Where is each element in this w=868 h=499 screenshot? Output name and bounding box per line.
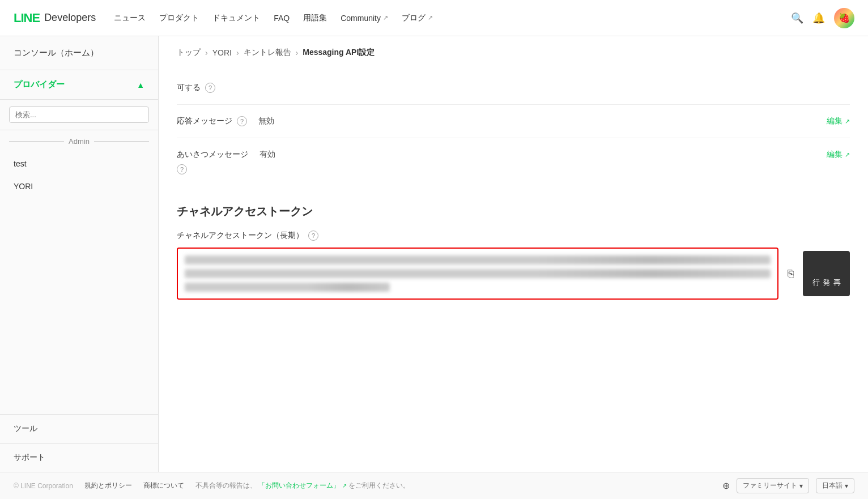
token-field-label: チャネルアクセストークン（長期） ? <box>177 231 850 241</box>
external-link-icon: ↗ <box>428 14 433 22</box>
sidebar-item-test[interactable]: test <box>0 152 158 175</box>
reissue-button[interactable]: 再 発 行 <box>803 251 850 296</box>
footer-policy-link[interactable]: 規約とポリシー <box>84 481 132 491</box>
greeting-label-column: あいさつメッセージ 有効 ? <box>177 150 275 174</box>
breadcrumb-sep-1: › <box>205 48 208 57</box>
response-message-label-group: 応答メッセージ ? 無効 <box>177 116 274 126</box>
greeting-message-label: あいさつメッセージ <box>177 150 248 160</box>
external-edit-icon2: ↗ <box>845 151 850 159</box>
token-section-title: チャネルアクセストークン <box>177 204 850 219</box>
logo-line: LINE <box>14 11 40 25</box>
footer-copyright: © LINE Corporation <box>14 482 73 490</box>
footer-family-site-dropdown[interactable]: ファミリーサイト ▾ <box>737 478 809 493</box>
breadcrumb-current: Messaging API設定 <box>303 48 375 58</box>
header: LINE Developers ニュース プロダクト ドキュメント FAQ 用語… <box>0 0 868 36</box>
nav-blog[interactable]: ブログ ↗ <box>402 13 433 23</box>
footer-right: ⊕ ファミリーサイト ▾ 日本語 ▾ <box>722 478 854 493</box>
breadcrumb-top[interactable]: トップ <box>177 48 201 58</box>
response-message-value: 無効 <box>258 116 274 126</box>
breadcrumb-sep-2: › <box>236 48 239 57</box>
sidebar-provider-label: プロバイダー <box>14 79 65 90</box>
breadcrumb-channel[interactable]: キントレ報告 <box>244 48 291 58</box>
greeting-label-row: あいさつメッセージ 有効 <box>177 150 275 160</box>
chevron-up-icon: ▲ <box>137 80 144 89</box>
greeting-message-help-icon[interactable]: ? <box>177 164 187 174</box>
token-section: チャネルアクセストークン チャネルアクセストークン（長期） ? ⎘ 再 発 行 <box>177 204 850 300</box>
globe-icon: ⊕ <box>722 480 730 491</box>
sidebar: コンソール（ホーム） プロバイダー ▲ Admin test YORI ツール … <box>0 36 159 472</box>
logo-developers: Developers <box>44 12 96 24</box>
sidebar-item-console[interactable]: コンソール（ホーム） <box>0 36 158 70</box>
chevron-down-icon: ▾ <box>845 482 848 490</box>
token-input-row: ⎘ 再 発 行 <box>177 248 850 300</box>
response-message-row: 応答メッセージ ? 無効 編集 ↗ <box>177 105 850 138</box>
token-blur-line-2 <box>185 269 771 278</box>
copy-icon[interactable]: ⎘ <box>785 266 796 282</box>
auto-reply-help-icon[interactable]: ? <box>205 83 215 93</box>
sidebar-search-container <box>0 100 158 130</box>
footer-contact-text: 不具合等の報告は、 「お問い合わせフォーム」 ↗ をご利用ください。 <box>195 481 410 491</box>
auto-reply-row: 可する ? <box>177 71 850 105</box>
response-message-help-icon[interactable]: ? <box>237 116 247 126</box>
breadcrumb-yori[interactable]: YORI <box>212 48 232 57</box>
response-message-label: 応答メッセージ <box>177 116 232 126</box>
token-blur-line-3 <box>185 283 390 292</box>
greeting-message-row: あいさつメッセージ 有効 ? 編集 ↗ <box>177 138 850 186</box>
token-help-icon[interactable]: ? <box>308 231 318 241</box>
response-message-edit-link[interactable]: 編集 ↗ <box>827 116 850 126</box>
external-icon: ↗ <box>342 483 347 489</box>
sidebar-item-support[interactable]: サポート <box>0 443 158 472</box>
breadcrumb-sep-3: › <box>296 48 299 57</box>
external-link-icon: ↗ <box>383 14 388 22</box>
breadcrumb: トップ › YORI › キントレ報告 › Messaging API設定 <box>177 48 850 58</box>
external-edit-icon: ↗ <box>845 118 850 125</box>
main-content: トップ › YORI › キントレ報告 › Messaging API設定 可す… <box>159 36 868 472</box>
footer-contact-form-link[interactable]: 「お問い合わせフォーム」 ↗ <box>258 481 348 489</box>
nav-news[interactable]: ニュース <box>114 13 146 23</box>
main-nav: ニュース プロダクト ドキュメント FAQ 用語集 Community ↗ ブロ… <box>114 13 791 23</box>
nav-community[interactable]: Community ↗ <box>341 14 388 23</box>
nav-products[interactable]: プロダクト <box>159 13 199 23</box>
nav-documents[interactable]: ドキュメント <box>212 13 260 23</box>
avatar[interactable]: 🍓 <box>834 8 854 28</box>
search-input[interactable] <box>9 106 149 123</box>
footer: © LINE Corporation 規約とポリシー 商標について 不具合等の報… <box>0 472 868 499</box>
greeting-message-edit-link[interactable]: 編集 ↗ <box>827 150 850 160</box>
search-icon[interactable]: 🔍 <box>791 12 803 24</box>
token-blur-line-1 <box>185 255 771 265</box>
greeting-message-value: 有効 <box>259 150 275 160</box>
sidebar-provider-header[interactable]: プロバイダー ▲ <box>0 70 158 100</box>
settings-section: 可する ? 応答メッセージ ? 無効 編集 ↗ <box>177 71 850 186</box>
header-right: 🔍 🔔 🍓 <box>791 8 854 28</box>
bell-icon[interactable]: 🔔 <box>812 12 825 24</box>
sidebar-admin-label: Admin <box>0 130 158 152</box>
footer-language-dropdown[interactable]: 日本語 ▾ <box>816 478 854 493</box>
sidebar-item-tools[interactable]: ツール <box>0 414 158 443</box>
auto-reply-label-group: 可する ? <box>177 83 215 93</box>
nav-glossary[interactable]: 用語集 <box>303 13 327 23</box>
auto-reply-label: 可する <box>177 83 201 93</box>
logo[interactable]: LINE Developers <box>14 11 96 25</box>
nav-faq[interactable]: FAQ <box>274 14 290 23</box>
layout: コンソール（ホーム） プロバイダー ▲ Admin test YORI ツール … <box>0 36 868 472</box>
chevron-down-icon: ▾ <box>799 482 803 490</box>
sidebar-item-yori[interactable]: YORI <box>0 175 158 198</box>
footer-trademark-link[interactable]: 商標について <box>143 481 184 491</box>
token-value-box <box>177 248 778 300</box>
